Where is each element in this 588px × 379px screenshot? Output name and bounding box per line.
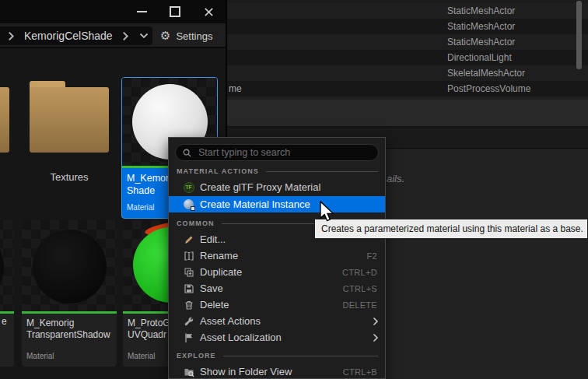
menu-search-input[interactable]	[197, 146, 378, 159]
shortcut-label: CTRL+D	[342, 268, 377, 277]
settings-label: Settings	[176, 30, 212, 42]
actor-type-label: StaticMeshActor	[447, 19, 515, 34]
window-title-bar	[0, 0, 226, 23]
wrench-icon	[183, 315, 194, 327]
maximize-icon	[170, 6, 180, 17]
asset-type-label: Material	[127, 203, 155, 212]
outliner-scrollbar[interactable]	[576, 1, 582, 69]
material-thumbnail	[0, 220, 14, 311]
asset-type-label: Material	[128, 352, 156, 360]
outliner-row[interactable]: StaticMeshActor	[227, 3, 588, 19]
chevron-right-icon	[122, 31, 129, 41]
menu-item-create-gltf-proxy-material[interactable]: TF Create glTF Proxy Material	[169, 179, 385, 195]
shortcut-label: CTRL+S	[343, 284, 377, 293]
actor-type-label: SkeletalMeshActor	[447, 65, 525, 81]
clipped-asset-name-fragment: e	[2, 316, 7, 327]
panel-header-band	[227, 100, 588, 128]
menu-search-box[interactable]	[175, 144, 379, 161]
menu-item-duplicate[interactable]: Duplicate CTRL+D	[169, 264, 385, 280]
outliner-row[interactable]: DirectionalLight	[227, 50, 588, 65]
shortcut-label: DELETE	[342, 300, 377, 310]
asset-name-line: M_Kemorig	[26, 318, 112, 329]
actor-type-label: PostProcessVolume	[447, 81, 530, 97]
chevron-down-icon[interactable]	[139, 33, 149, 39]
actor-type-label: StaticMeshActor	[447, 34, 515, 50]
asset-label-area: M_Kemorig TransparentShadow Material	[22, 314, 117, 367]
close-icon	[204, 7, 214, 17]
tooltip: Creates a parameterized material using t…	[314, 219, 588, 239]
submenu-arrow-icon	[373, 333, 379, 342]
actor-type-label: StaticMeshActor	[447, 3, 515, 19]
shortcut-label: F2	[367, 251, 377, 261]
folder-partial[interactable]	[0, 87, 9, 153]
menu-item-delete[interactable]: Delete DELETE	[169, 297, 385, 313]
outliner-row[interactable]: me PostProcessVolume	[227, 81, 588, 97]
close-button[interactable]	[195, 0, 222, 23]
minimize-icon	[137, 11, 147, 12]
asset-tile[interactable]: M_Kemorig TransparentShadow Material	[22, 220, 117, 367]
gltf-icon: TF	[184, 182, 194, 193]
duplicate-icon	[183, 266, 194, 278]
pencil-icon	[183, 233, 194, 245]
details-placeholder-fragment: ails.	[387, 173, 404, 184]
menu-item-asset-localization[interactable]: Asset Localization	[169, 329, 385, 346]
material-sphere-preview	[33, 230, 107, 304]
gear-icon: ⚙	[160, 29, 170, 43]
submenu-arrow-icon	[373, 317, 379, 326]
rename-icon	[183, 250, 194, 261]
folder-icon	[30, 87, 109, 153]
outliner-row[interactable]: SkeletalMeshActor	[227, 65, 588, 81]
menu-item-rename[interactable]: Rename F2	[169, 247, 385, 264]
asset-name-line: TransparentShadow	[26, 329, 112, 341]
breadcrumb[interactable]: KemorigCelShade	[0, 26, 152, 45]
folder-label: Textures	[30, 171, 109, 183]
asset-type-label: Material	[26, 352, 54, 360]
flag-icon	[183, 332, 194, 343]
menu-section-header: EXPLORE	[177, 350, 378, 361]
material-thumbnail	[22, 220, 117, 311]
save-icon	[183, 282, 194, 294]
trash-icon	[183, 299, 194, 311]
menu-item-show-in-folder-view[interactable]: Show in Folder View CTRL+B	[169, 363, 385, 379]
minimize-button[interactable]	[128, 0, 155, 23]
breadcrumb-bar: KemorigCelShade ⚙ Settings	[0, 23, 226, 48]
folder-search-icon	[183, 366, 194, 377]
search-icon	[182, 148, 192, 158]
menu-item-save[interactable]: Save CTRL+S	[169, 280, 385, 297]
shortcut-label: CTRL+B	[343, 367, 377, 377]
menu-item-asset-actions[interactable]: Asset Actions	[169, 313, 385, 329]
material-instance-icon	[184, 199, 194, 209]
material-sphere-preview	[0, 230, 4, 304]
maximize-button[interactable]	[162, 0, 188, 23]
outliner-row[interactable]: StaticMeshActor	[227, 34, 588, 50]
menu-section-header: MATERIAL ACTIONS	[177, 166, 378, 177]
settings-button[interactable]: ⚙ Settings	[160, 23, 212, 48]
asset-tile-partial[interactable]	[0, 220, 14, 367]
asset-context-menu: MATERIAL ACTIONS TF Create glTF Proxy Ma…	[168, 137, 386, 379]
outliner-row[interactable]: StaticMeshActor	[227, 19, 588, 34]
breadcrumb-segment[interactable]: KemorigCelShade	[24, 30, 113, 42]
actor-type-label: DirectionalLight	[447, 50, 512, 65]
actor-name-fragment: me	[229, 81, 242, 97]
chevron-right-icon	[8, 31, 15, 41]
mouse-cursor-icon	[319, 201, 336, 224]
menu-item-create-material-instance[interactable]: Create Material Instance	[169, 196, 385, 212]
unreal-editor-screen: StaticMeshActor StaticMeshActor StaticMe…	[0, 0, 588, 379]
